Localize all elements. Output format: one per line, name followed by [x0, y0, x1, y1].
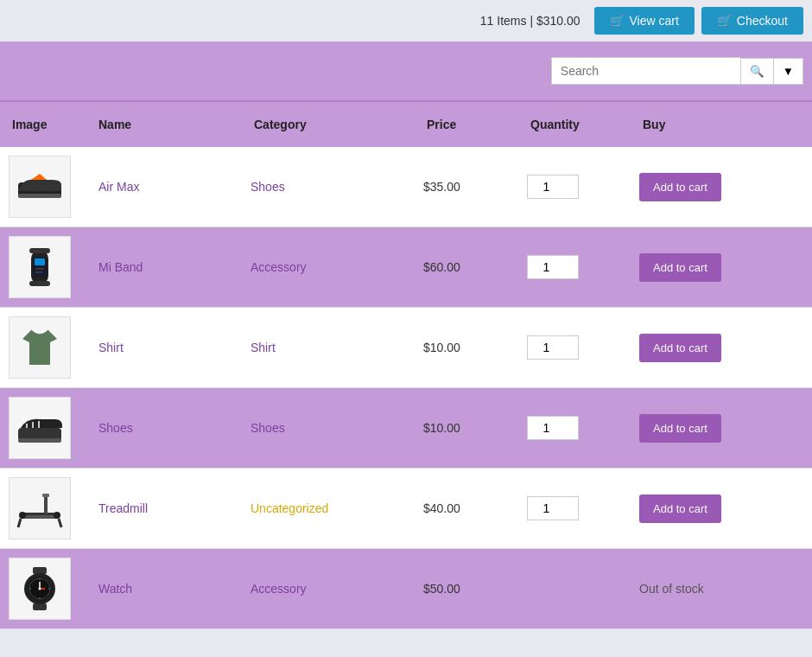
header-image: Image: [9, 111, 95, 138]
search-button[interactable]: 🔍: [741, 58, 774, 85]
product-category: Shirt: [251, 341, 423, 354]
cart-icon: 🛒: [610, 14, 625, 28]
product-category: Shoes: [251, 421, 423, 435]
svg-point-33: [48, 588, 50, 590]
table-row: Mi Band Accessory $60.00 Add to cart: [0, 227, 812, 308]
product-image: [9, 316, 71, 379]
items-count: 11 Items | $310.00: [480, 14, 580, 28]
add-to-cart-button[interactable]: Add to cart: [639, 494, 721, 523]
product-image: [9, 558, 71, 620]
svg-point-21: [54, 512, 60, 519]
product-name: Watch: [95, 582, 251, 596]
table-header: Image Name Category Price Quantity Buy: [0, 100, 812, 147]
table-row: Shirt Shirt $10.00 Add to cart: [0, 308, 812, 388]
view-cart-button[interactable]: 🛒 View cart: [594, 7, 695, 35]
svg-rect-15: [21, 515, 59, 519]
product-price: $40.00: [423, 501, 527, 515]
quantity-input[interactable]: [527, 175, 579, 199]
checkout-icon: 🛒: [717, 14, 732, 28]
table-body: Air Max Shoes $35.00 Add to cart Mi Band…: [0, 147, 812, 629]
product-name: Mi Band: [95, 260, 251, 274]
product-price: $10.00: [423, 421, 527, 435]
product-image: [9, 397, 71, 459]
checkout-label: Checkout: [737, 14, 788, 28]
product-image: [9, 236, 71, 298]
svg-line-19: [59, 519, 61, 527]
search-input[interactable]: [551, 57, 741, 85]
svg-point-20: [19, 512, 26, 519]
add-to-cart-button[interactable]: Add to cart: [639, 173, 721, 201]
header-buy: Buy: [639, 111, 803, 138]
svg-rect-1: [18, 194, 61, 198]
table-row: Watch Accessory $50.00 Out of stock: [0, 549, 812, 629]
buy-cell: Add to cart: [639, 334, 803, 362]
search-wrapper: 🔍 ▼: [551, 57, 803, 85]
product-name: Treadmill: [95, 501, 251, 515]
top-bar: 11 Items | $310.00 🛒 View cart 🛒 Checkou…: [0, 0, 812, 41]
product-name: Air Max: [95, 180, 251, 194]
table-row: Shoes Shoes $10.00 Add to cart: [0, 388, 812, 469]
buy-cell: Out of stock: [639, 582, 803, 596]
quantity-cell: [527, 175, 639, 199]
checkout-button[interactable]: 🛒 Checkout: [701, 7, 803, 35]
quantity-input[interactable]: [527, 416, 579, 440]
svg-line-18: [18, 519, 21, 527]
table-row: Air Max Shoes $35.00 Add to cart: [0, 147, 812, 227]
buy-cell: Add to cart: [639, 414, 803, 443]
buy-cell: Add to cart: [639, 173, 803, 201]
product-category: Accessory: [251, 582, 423, 596]
buy-cell: Add to cart: [639, 494, 803, 523]
product-category: Accessory: [251, 260, 423, 274]
add-to-cart-button[interactable]: Add to cart: [639, 253, 721, 282]
product-name: Shirt: [95, 341, 251, 354]
quantity-input[interactable]: [527, 335, 579, 360]
svg-rect-4: [35, 258, 45, 265]
buy-cell: Add to cart: [639, 253, 803, 282]
product-price: $60.00: [423, 260, 527, 274]
product-category: Uncategorized: [251, 501, 423, 515]
search-icon: 🔍: [750, 65, 764, 78]
svg-point-31: [39, 597, 41, 599]
quantity-cell: [527, 335, 639, 360]
quantity-cell: [527, 416, 639, 440]
quantity-input[interactable]: [527, 255, 579, 279]
table-row: Treadmill Uncategorized $40.00 Add to ca…: [0, 469, 812, 549]
view-cart-label: View cart: [630, 14, 679, 28]
chevron-down-icon: ▼: [783, 65, 794, 78]
add-to-cart-button[interactable]: Add to cart: [639, 414, 721, 443]
svg-rect-17: [42, 494, 49, 497]
svg-rect-23: [33, 603, 47, 610]
product-name: Shoes: [95, 421, 251, 435]
header-category: Category: [251, 111, 423, 138]
out-of-stock-label: Out of stock: [639, 582, 704, 596]
header-price: Price: [423, 111, 527, 138]
svg-rect-8: [29, 281, 50, 286]
product-price: $35.00: [423, 180, 527, 194]
svg-point-30: [39, 578, 41, 580]
svg-rect-16: [44, 495, 48, 514]
quantity-cell: [527, 255, 639, 279]
product-image: [9, 156, 71, 218]
svg-rect-22: [33, 567, 47, 574]
add-to-cart-button[interactable]: Add to cart: [639, 334, 721, 362]
svg-point-32: [29, 588, 31, 590]
dropdown-button[interactable]: ▼: [774, 58, 803, 85]
product-category: Shoes: [251, 180, 423, 194]
product-image: [9, 477, 71, 539]
svg-rect-7: [29, 248, 50, 253]
search-area: 🔍 ▼: [0, 41, 812, 100]
quantity-cell: [527, 496, 639, 520]
product-price: $50.00: [423, 582, 527, 596]
svg-rect-10: [18, 438, 61, 443]
header-name: Name: [95, 111, 251, 138]
quantity-input[interactable]: [527, 496, 579, 520]
svg-point-29: [39, 588, 41, 590]
header-quantity: Quantity: [527, 111, 639, 138]
product-price: $10.00: [423, 341, 527, 354]
